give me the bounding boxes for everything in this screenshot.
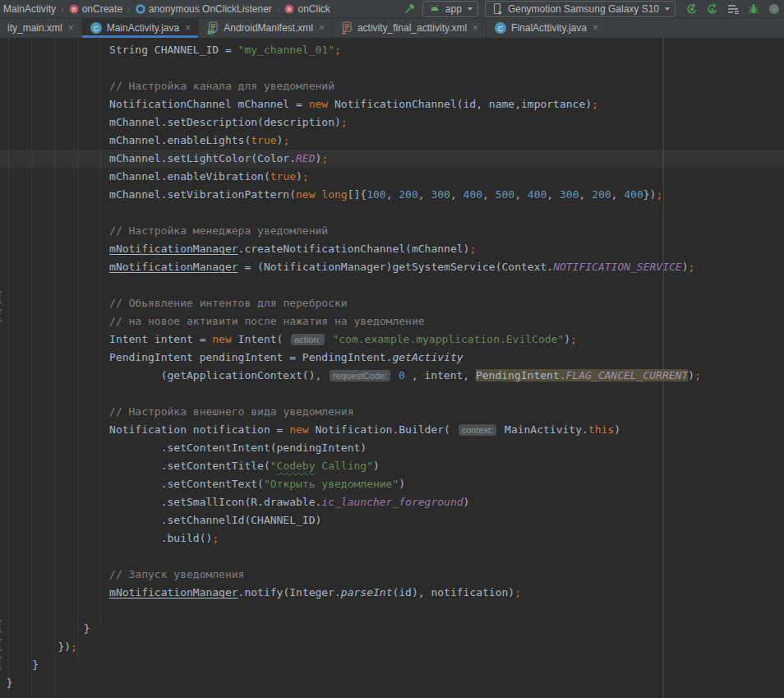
gutter-fold-marker[interactable]: { bbox=[0, 620, 3, 631]
code-line[interactable]: } bbox=[0, 674, 784, 692]
code-line[interactable]: (getApplicationContext(), requestCode: 0… bbox=[0, 367, 784, 385]
code-line[interactable]: // Обьявление интентов для переброски bbox=[0, 294, 784, 312]
code-line[interactable]: mChannel.setLightColor(Color.RED); bbox=[0, 150, 784, 168]
code-line[interactable] bbox=[0, 602, 784, 620]
code-line[interactable]: mNotificationManager.notify(Integer.pars… bbox=[0, 584, 784, 602]
code-editor[interactable]: String CHANNEL_ID = "my_channel_01"; // … bbox=[0, 38, 784, 698]
chevron-down-icon bbox=[665, 7, 670, 11]
tab-label: AndroidManifest.xml bbox=[224, 22, 313, 34]
run-toolbar: app Genymotion Samsung Galaxy S10 A bbox=[403, 1, 781, 17]
code-line[interactable]: mChannel.setVibrationPattern(new long[]{… bbox=[0, 186, 784, 204]
tab-label: FinalActtivity.java bbox=[511, 22, 587, 34]
java-class-icon: C bbox=[494, 21, 507, 35]
breadcrumb-separator: › bbox=[127, 4, 131, 14]
code-line[interactable]: // Настройка менеджера уведомлений bbox=[0, 222, 784, 240]
tab-label: MainActivity.java bbox=[107, 22, 179, 34]
run-config-label: app bbox=[445, 3, 462, 15]
code-line[interactable]: // на новое активити после нажатия на ув… bbox=[0, 312, 784, 331]
svg-text:m: m bbox=[71, 6, 76, 13]
parameter-hint: action: bbox=[291, 334, 324, 345]
code-line[interactable]: NotificationChannel mChannel = new Notif… bbox=[0, 95, 784, 113]
code-line[interactable]: // Запуск уведомления bbox=[0, 566, 784, 584]
breadcrumb-item[interactable]: monCreate bbox=[69, 3, 122, 15]
editor-tab[interactable]: CMainActivity.java× bbox=[82, 18, 200, 38]
breadcrumb-label: onClick bbox=[297, 3, 330, 15]
svg-text:A: A bbox=[710, 6, 715, 13]
code-line[interactable]: mChannel.enableLights(true); bbox=[0, 132, 784, 150]
gutter-fold-marker[interactable]: { bbox=[0, 657, 3, 668]
coverage-icon[interactable] bbox=[726, 2, 740, 16]
code-line[interactable]: String CHANNEL_ID = "my_channel_01"; bbox=[0, 41, 784, 59]
run-action-icons: A bbox=[685, 2, 781, 16]
code-line[interactable]: Notification notification = new Notifica… bbox=[0, 421, 784, 439]
code-line[interactable]: PendingIntent pendingIntent = PendingInt… bbox=[0, 349, 784, 367]
close-tab-icon[interactable]: × bbox=[593, 22, 598, 34]
close-tab-icon[interactable]: × bbox=[68, 22, 74, 34]
device-label: Genymotion Samsung Galaxy S10 bbox=[508, 3, 659, 15]
method-icon: m bbox=[284, 4, 294, 14]
parameter-hint: requestCode: bbox=[330, 370, 390, 381]
breadcrumb-item[interactable]: MainActivity bbox=[3, 3, 56, 15]
editor-tab[interactable]: MFAndroidManifest.xml× bbox=[199, 18, 333, 38]
code-line[interactable]: } bbox=[0, 620, 784, 638]
code-line[interactable]: mChannel.enableVibration(true); bbox=[0, 168, 784, 186]
code-line[interactable]: .setContentTitle("Codeby Calling") bbox=[0, 457, 784, 475]
code-line[interactable]: .setContentIntent(pendingIntent) bbox=[0, 439, 784, 457]
anonymous-class-icon bbox=[136, 4, 145, 14]
parameter-hint: context: bbox=[459, 424, 497, 436]
code-line[interactable]: // Настройка внешнего вида уведомления bbox=[0, 403, 784, 421]
breadcrumb-item[interactable]: monClick bbox=[284, 3, 330, 15]
code-line[interactable]: } bbox=[0, 656, 784, 674]
code-line[interactable]: }); bbox=[0, 638, 784, 656]
svg-text:MF: MF bbox=[208, 30, 215, 35]
editor-tab[interactable]: Aactivity_final_acttivity.xml× bbox=[333, 18, 487, 38]
phone-icon bbox=[491, 2, 504, 16]
layout-xml-icon: A bbox=[340, 21, 353, 35]
code-line[interactable] bbox=[0, 59, 784, 77]
breadcrumb-label: anonymous OnClickListener bbox=[149, 3, 272, 15]
tab-label: ity_main.xml bbox=[7, 22, 62, 34]
svg-text:A: A bbox=[342, 30, 346, 35]
android-studio-window: MainActivity›monCreate›anonymous OnClick… bbox=[0, 0, 784, 698]
breadcrumb-label: onCreate bbox=[82, 3, 122, 15]
code-line[interactable] bbox=[0, 385, 784, 403]
device-select[interactable]: Genymotion Samsung Galaxy S10 bbox=[485, 1, 676, 17]
apply-changes-icon[interactable] bbox=[685, 2, 699, 16]
manifest-icon: MF bbox=[206, 21, 219, 35]
gutter-fold-marker[interactable]: { bbox=[0, 639, 3, 650]
code-line[interactable]: mNotificationManager = (NotificationMana… bbox=[0, 258, 784, 276]
breadcrumb-separator: › bbox=[277, 4, 280, 14]
code-line[interactable]: .setSmallIcon(R.drawable.ic_launcher_for… bbox=[0, 493, 784, 511]
code-line[interactable] bbox=[0, 276, 784, 294]
gutter-fold-marker[interactable]: { bbox=[0, 309, 3, 321]
debug-icon[interactable] bbox=[747, 2, 760, 16]
close-tab-icon[interactable]: × bbox=[185, 22, 191, 34]
close-tab-icon[interactable]: × bbox=[473, 22, 478, 34]
code-line[interactable] bbox=[0, 204, 784, 222]
editor-tab[interactable]: CFinalActtivity.java× bbox=[487, 18, 606, 38]
code-line[interactable]: .build(); bbox=[0, 529, 784, 548]
profiler-icon[interactable] bbox=[768, 2, 781, 16]
method-icon: m bbox=[69, 4, 79, 14]
code-area[interactable]: String CHANNEL_ID = "my_channel_01"; // … bbox=[0, 41, 784, 692]
code-line[interactable]: Intent intent = new Intent( action: "com… bbox=[0, 331, 784, 349]
svg-text:m: m bbox=[288, 6, 292, 13]
svg-text:C: C bbox=[498, 25, 504, 33]
navigation-bar: MainActivity›monCreate›anonymous OnClick… bbox=[0, 0, 784, 18]
editor-tab[interactable]: ity_main.xml× bbox=[0, 18, 82, 38]
chevron-down-icon bbox=[468, 7, 473, 11]
java-class-icon: C bbox=[90, 21, 103, 35]
close-tab-icon[interactable]: × bbox=[319, 22, 325, 34]
code-line[interactable]: .setChannelId(CHANNEL_ID) bbox=[0, 511, 784, 529]
code-line[interactable]: mChannel.setDescription(description); bbox=[0, 113, 784, 132]
gutter-fold-marker[interactable]: { bbox=[0, 291, 3, 303]
breadcrumb: MainActivity›monCreate›anonymous OnClick… bbox=[3, 3, 330, 15]
code-line[interactable] bbox=[0, 548, 784, 566]
code-line[interactable]: .setContentText("Открыть уведомление") bbox=[0, 475, 784, 493]
code-line[interactable]: // Настройка канала для уведомлений bbox=[0, 77, 784, 95]
build-button[interactable] bbox=[403, 2, 416, 16]
code-line[interactable]: mNotificationManager.createNotificationC… bbox=[0, 240, 784, 258]
apply-code-changes-icon[interactable]: A bbox=[706, 2, 719, 16]
run-config-select[interactable]: app bbox=[422, 1, 478, 17]
breadcrumb-item[interactable]: anonymous OnClickListener bbox=[136, 3, 272, 15]
